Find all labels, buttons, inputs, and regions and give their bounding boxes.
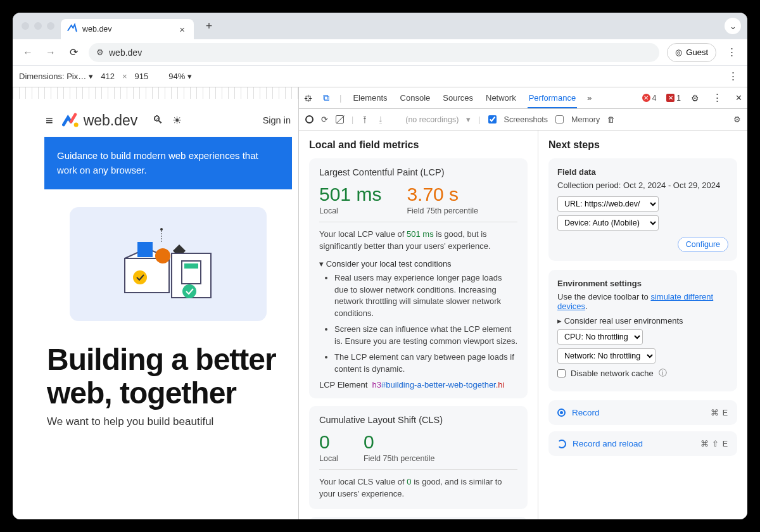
cls-card: Cumulative Layout Shift (CLS) 0Local 0Fi…: [309, 406, 528, 509]
tab-performance[interactable]: Performance: [528, 93, 577, 108]
forward-button: →: [43, 45, 58, 60]
reload-button[interactable]: ⟳: [66, 45, 81, 60]
device-toolbar: Dimensions: Pix…▾ 412 × 915 94%▾ ⋮: [13, 66, 747, 87]
screenshots-checkbox[interactable]: [488, 115, 497, 124]
record-button[interactable]: Record ⌘ E: [548, 400, 737, 425]
svg-point-10: [182, 284, 196, 298]
svg-rect-3: [137, 242, 153, 257]
metrics-heading: Local and field metrics: [309, 139, 528, 151]
download-icon[interactable]: ⭳: [377, 115, 385, 124]
svg-rect-1: [125, 258, 169, 293]
screenshots-label: Screenshots: [504, 115, 548, 124]
logo[interactable]: web.dev: [62, 111, 138, 129]
field-data-heading: Field data: [557, 167, 728, 177]
search-icon[interactable]: 🔍︎: [153, 114, 163, 127]
record-icon[interactable]: [305, 115, 314, 124]
lcp-field-value: 3.70 s: [407, 184, 478, 205]
disable-cache-checkbox[interactable]: [557, 369, 566, 377]
browser-tab-bar: web.dev × + ⌄: [13, 13, 747, 39]
lcp-element-row[interactable]: LCP Element h3#building-a-better-web-tog…: [319, 380, 517, 390]
lcp-local-label: Local: [319, 206, 381, 215]
kebab-icon[interactable]: ⋮: [724, 46, 740, 59]
banner: Guidance to build modern web experiences…: [44, 137, 292, 189]
gear-icon[interactable]: ⚙: [691, 93, 699, 103]
clear-icon[interactable]: [336, 115, 344, 124]
lcp-details-toggle[interactable]: ▾ Consider your local test conditions: [319, 259, 517, 269]
new-tab-button[interactable]: +: [200, 17, 218, 35]
svg-point-11: [160, 228, 163, 231]
cpu-throttle-select[interactable]: CPU: No throttling: [557, 329, 643, 345]
lcp-bullets: Real users may experience longer page lo…: [319, 272, 517, 376]
cls-title: Cumulative Layout Shift (CLS): [319, 415, 517, 425]
environment-heading: Environment settings: [557, 279, 728, 288]
devtools-menu-icon[interactable]: ⋮: [709, 91, 725, 104]
configure-button[interactable]: Configure: [678, 237, 728, 252]
warning-count[interactable]: ✕1: [666, 94, 681, 103]
viewport-width[interactable]: 412: [101, 72, 115, 81]
environment-card: Environment settings Use the device tool…: [548, 270, 737, 391]
close-icon[interactable]: ×: [177, 24, 187, 35]
menu-icon[interactable]: ≡: [46, 113, 53, 128]
favicon-icon: [67, 23, 77, 35]
record-dot-icon: [557, 408, 566, 417]
devtools-body: Local and field metrics Largest Contentf…: [299, 130, 747, 519]
inp-card: Interaction to Next Paint (INP): [309, 517, 528, 519]
devtools-tabs: ⯐ ⧉ | Elements Console Sources Network P…: [299, 87, 747, 109]
record-reload-label: Record and reload: [573, 439, 643, 448]
svg-rect-8: [184, 263, 198, 269]
reload-record-icon[interactable]: ⟳: [321, 115, 328, 124]
browser-tab[interactable]: web.dev ×: [61, 19, 194, 39]
close-devtools-icon[interactable]: ✕: [735, 93, 742, 103]
lcp-local-value: 501 ms: [319, 184, 381, 205]
cls-description: Your local CLS value of 0 is good, and i…: [319, 476, 517, 500]
consider-toggle[interactable]: ▸ Consider real user environments: [557, 316, 728, 326]
devtools-panel: ⯐ ⧉ | Elements Console Sources Network P…: [299, 87, 747, 519]
recordings-dropdown[interactable]: (no recordings): [405, 115, 459, 124]
record-reload-shortcut: ⌘ ⇧ E: [700, 439, 728, 448]
perf-settings-icon[interactable]: ⚙: [733, 115, 741, 124]
memory-label: Memory: [571, 115, 600, 124]
record-reload-button[interactable]: Record and reload ⌘ ⇧ E: [548, 431, 737, 456]
url-bar-row: ← → ⟳ ⚙ web.dev ◎ Guest ⋮: [13, 39, 747, 66]
rendered-page-pane: ≡ web.dev 🔍︎ ☀ Sign in Guidance to build…: [13, 87, 299, 519]
environment-hint: Use the device toolbar to simulate diffe…: [557, 292, 728, 311]
theme-icon[interactable]: ☀: [172, 114, 182, 127]
device-toggle-icon[interactable]: ⧉: [323, 92, 329, 103]
disable-cache-label: Disable network cache: [571, 369, 654, 378]
dimensions-dropdown[interactable]: Dimensions: Pix…▾: [19, 72, 93, 81]
tab-sources[interactable]: Sources: [441, 93, 474, 103]
help-icon[interactable]: ⓘ: [659, 367, 667, 379]
trash-icon[interactable]: 🗑: [607, 115, 616, 124]
tab-console[interactable]: Console: [399, 93, 432, 103]
tab-network[interactable]: Network: [484, 93, 517, 103]
memory-checkbox[interactable]: [555, 115, 564, 124]
device-menu-icon[interactable]: ⋮: [725, 70, 741, 83]
error-count[interactable]: ✕4: [642, 94, 657, 103]
tune-icon[interactable]: ⚙: [96, 48, 104, 57]
dimension-separator: ×: [122, 72, 127, 81]
viewport-height[interactable]: 915: [135, 72, 149, 81]
url-select[interactable]: URL: https://web.dev/: [557, 196, 659, 212]
network-throttle-select[interactable]: Network: No throttling: [557, 348, 656, 364]
collection-period: Collection period: Oct 2, 2024 - Oct 29,…: [557, 180, 728, 190]
ruler: [13, 87, 298, 99]
back-button[interactable]: ←: [20, 45, 35, 60]
traffic-lights[interactable]: [22, 22, 54, 30]
profile-button[interactable]: ◎ Guest: [667, 43, 716, 62]
inspect-icon[interactable]: ⯐: [304, 93, 313, 103]
url-input[interactable]: ⚙ web.dev: [89, 43, 659, 62]
chevron-down-icon[interactable]: ⌄: [725, 18, 741, 34]
device-select[interactable]: Device: Auto (Mobile): [557, 215, 659, 231]
page-header: ≡ web.dev 🔍︎ ☀ Sign in: [44, 108, 292, 133]
upload-icon[interactable]: ⭱: [361, 115, 369, 124]
sign-in-link[interactable]: Sign in: [263, 115, 291, 125]
page-headline: Building a better web, together: [44, 326, 292, 416]
scaled-page: ≡ web.dev 🔍︎ ☀ Sign in Guidance to build…: [13, 99, 298, 428]
more-tabs-icon[interactable]: »: [587, 93, 592, 103]
tab-elements[interactable]: Elements: [352, 93, 388, 103]
svg-point-9: [133, 270, 147, 284]
tab-title: web.dev: [82, 25, 172, 34]
reload-icon: [557, 440, 566, 448]
lcp-card: Largest Contentful Paint (LCP) 501 msLoc…: [309, 158, 528, 398]
zoom-dropdown[interactable]: 94%▾: [168, 72, 192, 81]
